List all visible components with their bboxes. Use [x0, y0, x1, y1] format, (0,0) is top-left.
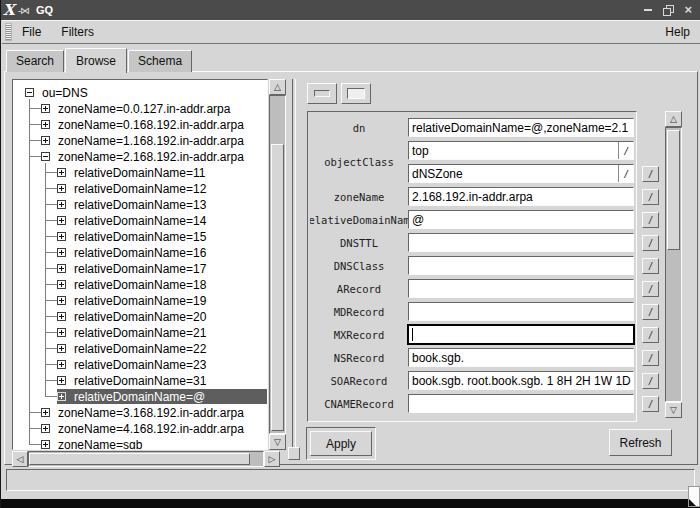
collapse-minus-icon[interactable]: [25, 88, 34, 97]
menubar-grip-handle[interactable]: [5, 23, 12, 41]
tree-item[interactable]: zoneName=4.168.192.in-addr.arpa: [13, 421, 267, 436]
CNAMERecord-options-button[interactable]: /: [642, 396, 659, 412]
expand-plus-icon[interactable]: [41, 104, 50, 113]
expand-plus-icon[interactable]: [57, 232, 66, 241]
tree-item[interactable]: ou=DNS: [13, 85, 267, 100]
refresh-button[interactable]: Refresh: [609, 429, 672, 456]
window-menu-icon[interactable]: -⋈: [18, 5, 29, 16]
MDRecord-options-button[interactable]: /: [642, 304, 659, 320]
value-input-relativeDomainName[interactable]: @: [408, 210, 634, 229]
tree-item[interactable]: zoneName=1.168.192.in-addr.arpa: [13, 133, 267, 148]
value-input-NSRecord[interactable]: book.sgb.: [408, 348, 634, 367]
tree-item[interactable]: zoneName=0.0.127.in-addr.arpa: [13, 101, 267, 116]
value-input-DNSClass[interactable]: [408, 256, 634, 275]
expand-plus-icon[interactable]: [57, 264, 66, 273]
tab-browse[interactable]: Browse: [65, 48, 127, 73]
tree-item[interactable]: zoneName=sgb: [13, 437, 267, 450]
DNSClass-options-button[interactable]: /: [642, 258, 659, 274]
relativeDomainName-options-button[interactable]: /: [642, 212, 659, 228]
DNSTTL-options-button[interactable]: /: [642, 235, 659, 251]
tab-search[interactable]: Search: [6, 50, 64, 72]
SOARecord-options-button[interactable]: /: [642, 373, 659, 389]
tree-vscroll-thumb[interactable]: [271, 144, 284, 431]
expand-plus-icon[interactable]: [57, 392, 66, 401]
combo-slash-icon[interactable]: /: [618, 165, 633, 182]
attribute-label-MDRecord: MDRecord: [310, 302, 408, 321]
tree-item[interactable]: zoneName=2.168.192.in-addr.arpa: [13, 149, 267, 164]
combo-slash-icon[interactable]: /: [618, 142, 633, 159]
value-input-dn[interactable]: relativeDomainName=@,zoneName=2.1: [408, 118, 634, 137]
value-input-SOARecord[interactable]: book.sgb. root.book.sgb. 1 8H 2H 1W 1D: [408, 371, 634, 390]
tree-item-content: relativeDomainName=19: [57, 293, 267, 308]
expand-plus-icon[interactable]: [57, 328, 66, 337]
tree-vscroll-trough[interactable]: [269, 95, 286, 434]
collapse-minus-icon[interactable]: [41, 152, 50, 161]
tree-connector-line: [46, 396, 57, 397]
expand-plus-icon[interactable]: [57, 184, 66, 193]
resize-grip[interactable]: [688, 486, 700, 507]
scroll-right-icon[interactable]: ▷: [264, 451, 280, 467]
value-input-ARecord[interactable]: [408, 279, 634, 298]
expand-plus-icon[interactable]: [41, 408, 50, 417]
value-input-CNAMERecord[interactable]: [408, 394, 634, 413]
zoneName-options-button[interactable]: /: [642, 189, 659, 205]
tree-hscroll-thumb[interactable]: [29, 453, 250, 465]
value-input-zoneName[interactable]: 2.168.192.in-addr.arpa: [408, 187, 634, 206]
menu-help[interactable]: Help: [665, 25, 690, 39]
tree-item[interactable]: zoneName=0.168.192.in-addr.arpa: [13, 117, 267, 132]
pane-divider-handle[interactable]: [288, 447, 300, 460]
tree-hscroll-trough[interactable]: [28, 451, 264, 467]
form-vscroll-thumb[interactable]: [667, 130, 680, 250]
expand-plus-icon[interactable]: [41, 424, 50, 433]
expand-plus-icon[interactable]: [41, 136, 50, 145]
expand-plus-icon[interactable]: [41, 440, 50, 449]
expand-plus-icon[interactable]: [57, 168, 66, 177]
minimize-icon[interactable]: [644, 9, 652, 11]
expand-plus-icon[interactable]: [57, 344, 66, 353]
expand-plus-icon[interactable]: [57, 360, 66, 369]
close-icon[interactable]: ×: [684, 4, 692, 16]
scroll-down-icon[interactable]: ▽: [665, 402, 682, 418]
NSRecord-options-button[interactable]: /: [642, 350, 659, 366]
value-input-MDRecord[interactable]: [408, 302, 634, 321]
value-input-MXRecord[interactable]: [408, 325, 634, 344]
expand-plus-icon[interactable]: [57, 248, 66, 257]
scroll-up-icon[interactable]: △: [269, 79, 286, 95]
tab-schema[interactable]: Schema: [128, 50, 192, 72]
titlebar[interactable]: X -⋈ GQ ×: [1, 0, 700, 20]
MXRecord-options-button[interactable]: /: [642, 327, 659, 343]
objectClass-options-button[interactable]: /: [642, 166, 659, 182]
tree-item-content: ou=DNS: [25, 85, 267, 100]
form-vscroll-trough[interactable]: [665, 127, 682, 402]
value-text: book.sgb.: [412, 351, 464, 365]
menu-file[interactable]: File: [22, 25, 41, 39]
menu-filters[interactable]: Filters: [61, 25, 94, 39]
scroll-left-icon[interactable]: ◁: [12, 451, 28, 467]
tree-item[interactable]: zoneName=3.168.192.in-addr.arpa: [13, 405, 267, 420]
scroll-down-icon[interactable]: ▽: [269, 434, 286, 450]
tree-item-content: relativeDomainName=11: [57, 165, 267, 180]
entry-expand-button[interactable]: [341, 83, 371, 104]
tree-item-content: relativeDomainName=21: [57, 325, 267, 340]
tree-item-content: zoneName=0.168.192.in-addr.arpa: [41, 117, 267, 132]
scroll-up-icon[interactable]: △: [665, 111, 682, 127]
value-input-objectClass[interactable]: dNSZone/: [408, 164, 634, 183]
expand-plus-icon[interactable]: [57, 296, 66, 305]
expand-plus-icon[interactable]: [57, 216, 66, 225]
value-input-DNSTTL[interactable]: [408, 233, 634, 252]
value-text: dNSZone: [412, 167, 463, 181]
expand-plus-icon[interactable]: [57, 280, 66, 289]
attribute-label-relativeDomainName: relativeDomainName: [310, 210, 408, 229]
expand-plus-icon[interactable]: [41, 120, 50, 129]
expand-plus-icon[interactable]: [57, 376, 66, 385]
maximize-icon[interactable]: [663, 5, 673, 15]
apply-button[interactable]: Apply: [310, 431, 372, 456]
tree-item-content: zoneName=3.168.192.in-addr.arpa: [41, 405, 267, 420]
value-input-objectClass[interactable]: top/: [408, 141, 634, 160]
tree-item-label: relativeDomainName=12: [71, 182, 209, 196]
ARecord-options-button[interactable]: /: [642, 281, 659, 297]
pane-divider[interactable]: [292, 79, 296, 457]
expand-plus-icon[interactable]: [57, 200, 66, 209]
expand-plus-icon[interactable]: [57, 312, 66, 321]
entry-collapse-button[interactable]: [307, 83, 337, 104]
